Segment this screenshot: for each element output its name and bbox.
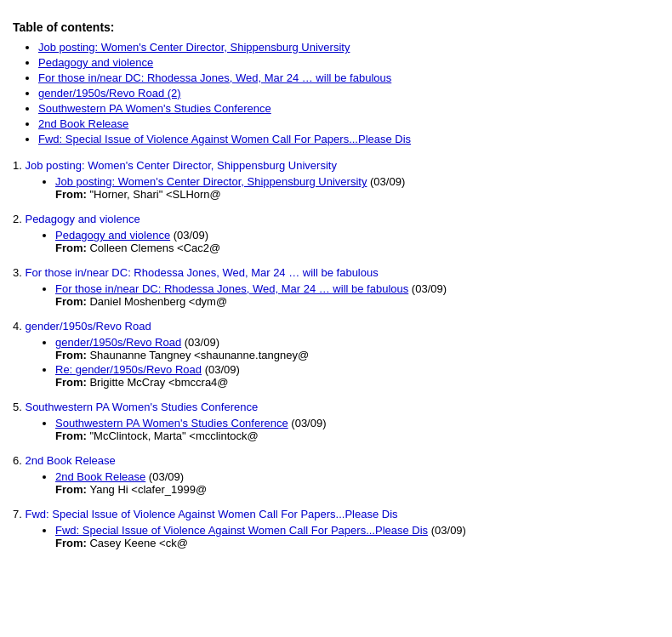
toc-link[interactable]: 2nd Book Release [38,117,128,130]
message-date: (03/09) [288,417,327,429]
message-item: Re: gender/1950s/Revo Road (03/09)From: … [55,363,659,389]
section-number: 5. [13,401,25,413]
section-item: 3. For those in/near DC: Rhodessa Jones,… [13,266,659,308]
toc-item: Job posting: Women's Center Director, Sh… [38,41,659,54]
message-date: (03/09) [428,524,466,537]
message-subject-link[interactable]: gender/1950s/Revo Road [55,336,181,349]
message-from: From: "McClintock, Marta" <mcclintock@ [55,429,659,442]
message-list: Pedagogy and violence (03/09)From: Colle… [13,229,659,254]
section-item: 1. Job posting: Women's Center Director,… [13,159,659,201]
message-list: 2nd Book Release (03/09)From: Yang Hi <c… [13,470,659,496]
from-text: Casey Keene <ck@ [89,537,187,549]
toc-heading: Table of contents: [13,20,659,34]
message-date: (03/09) [408,282,447,295]
section-list: 1. Job posting: Women's Center Director,… [13,159,659,549]
message-list: gender/1950s/Revo Road (03/09)From: Shau… [13,336,659,389]
section-title: Southwestern PA Women's Studies Conferen… [25,401,258,413]
section-item: 5. Southwestern PA Women's Studies Confe… [13,401,659,442]
message-subject-link[interactable]: Re: gender/1950s/Revo Road [55,363,202,376]
from-text: Shaunanne Tangney <shaunanne.tangney@ [89,349,309,361]
toc-item: Southwestern PA Women's Studies Conferen… [38,102,659,115]
from-label: From: [55,483,89,496]
message-item: For those in/near DC: Rhodessa Jones, We… [55,282,659,308]
message-from: From: Brigitte McCray <bmccra4@ [55,376,659,389]
message-item: Pedagogy and violence (03/09)From: Colle… [55,229,659,254]
toc-item: 2nd Book Release [38,117,659,130]
from-text: "McClintock, Marta" <mcclintock@ [89,429,258,442]
message-from: From: "Horner, Shari" <SLHorn@ [55,188,659,201]
toc-list: Job posting: Women's Center Director, Sh… [13,41,659,145]
message-list: Job posting: Women's Center Director, Sh… [13,175,659,201]
from-label: From: [55,537,89,549]
section-number: 4. [13,320,25,333]
message-date: (03/09) [202,363,240,376]
message-from: From: Shaunanne Tangney <shaunanne.tangn… [55,349,659,361]
message-from: From: Yang Hi <clafer_1999@ [55,483,659,496]
from-label: From: [55,349,89,361]
section-number: 2. [13,213,25,225]
section-item: 4. gender/1950s/Revo Roadgender/1950s/Re… [13,320,659,389]
message-subject-link[interactable]: Job posting: Women's Center Director, Sh… [55,175,367,188]
section-title: For those in/near DC: Rhodessa Jones, We… [25,266,378,279]
toc-link[interactable]: Job posting: Women's Center Director, Sh… [38,41,350,54]
toc-item: For those in/near DC: Rhodessa Jones, We… [38,71,659,84]
toc-link[interactable]: Pedagogy and violence [38,56,153,69]
section-title: Pedagogy and violence [25,213,140,225]
from-text: Colleen Clemens <Cac2@ [89,242,220,254]
from-text: Brigitte McCray <bmccra4@ [89,376,228,389]
message-item: Fwd: Special Issue of Violence Against W… [55,524,659,549]
message-item: 2nd Book Release (03/09)From: Yang Hi <c… [55,470,659,496]
toc-link[interactable]: gender/1950s/Revo Road (2) [38,87,181,100]
section-item: 7. Fwd: Special Issue of Violence Agains… [13,508,659,549]
from-label: From: [55,376,89,389]
message-date: (03/09) [367,175,405,188]
section-title: gender/1950s/Revo Road [25,320,151,333]
toc-link[interactable]: For those in/near DC: Rhodessa Jones, We… [38,71,391,84]
section-title: Job posting: Women's Center Director, Sh… [25,159,336,172]
message-from: From: Daniel Moshenberg <dym@ [55,295,659,308]
toc-link[interactable]: Fwd: Special Issue of Violence Against W… [38,133,411,145]
from-label: From: [55,188,89,201]
message-list: Southwestern PA Women's Studies Conferen… [13,417,659,442]
from-text: Yang Hi <clafer_1999@ [89,483,207,496]
message-subject-link[interactable]: 2nd Book Release [55,470,145,483]
section-title: Fwd: Special Issue of Violence Against W… [25,508,397,520]
message-date: (03/09) [145,470,184,483]
from-label: From: [55,242,89,254]
from-label: From: [55,429,89,442]
section-number: 7. [13,508,25,520]
message-list: For those in/near DC: Rhodessa Jones, We… [13,282,659,308]
message-item: gender/1950s/Revo Road (03/09)From: Shau… [55,336,659,361]
message-from: From: Colleen Clemens <Cac2@ [55,242,659,254]
message-list: Fwd: Special Issue of Violence Against W… [13,524,659,549]
message-subject-link[interactable]: Fwd: Special Issue of Violence Against W… [55,524,428,537]
section-number: 6. [13,454,25,467]
toc-item: Fwd: Special Issue of Violence Against W… [38,133,659,145]
message-date: (03/09) [170,229,208,242]
section-title: 2nd Book Release [25,454,115,467]
section-number: 3. [13,266,25,279]
message-from: From: Casey Keene <ck@ [55,537,659,549]
section-number: 1. [13,159,25,172]
message-item: Southwestern PA Women's Studies Conferen… [55,417,659,442]
toc-item: gender/1950s/Revo Road (2) [38,87,659,100]
from-text: "Horner, Shari" <SLHorn@ [89,188,220,201]
section-item: 2. Pedagogy and violencePedagogy and vio… [13,213,659,254]
message-item: Job posting: Women's Center Director, Sh… [55,175,659,201]
toc-link[interactable]: Southwestern PA Women's Studies Conferen… [38,102,271,115]
message-date: (03/09) [181,336,219,349]
from-text: Daniel Moshenberg <dym@ [89,295,227,308]
message-subject-link[interactable]: Pedagogy and violence [55,229,170,242]
message-subject-link[interactable]: Southwestern PA Women's Studies Conferen… [55,417,288,429]
from-label: From: [55,295,89,308]
section-item: 6. 2nd Book Release2nd Book Release (03/… [13,454,659,496]
toc-item: Pedagogy and violence [38,56,659,69]
message-subject-link[interactable]: For those in/near DC: Rhodessa Jones, We… [55,282,408,295]
